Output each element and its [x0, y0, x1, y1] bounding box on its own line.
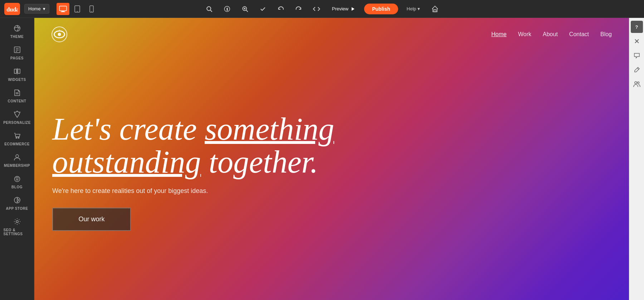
- blog-icon: [13, 175, 21, 184]
- svg-point-28: [16, 137, 17, 139]
- hero-headline: Let's create something outstanding toget…: [52, 113, 374, 179]
- nav-link-home[interactable]: Home: [491, 31, 507, 38]
- hero-headline-part4: together: [201, 145, 311, 179]
- svg-rect-1: [59, 6, 67, 11]
- device-icons: [57, 3, 98, 15]
- sidebar-item-membership[interactable]: MEMBERSHIP: [2, 150, 32, 170]
- redo-button[interactable]: [293, 3, 305, 15]
- app-store-icon: [13, 196, 21, 205]
- content-icon: [13, 89, 21, 98]
- hero-subtitle: We're here to create realities out of yo…: [52, 187, 611, 195]
- site-nav: Home Work About Contact Blog: [34, 18, 629, 51]
- website-preview: Home Work About Contact Blog Let's creat…: [34, 18, 629, 300]
- close-panel-button[interactable]: [631, 35, 643, 47]
- membership-icon: [13, 153, 21, 162]
- ecommerce-icon: [13, 132, 21, 141]
- sidebar-label-app-store: APP STORE: [6, 207, 28, 211]
- svg-point-30: [16, 155, 19, 158]
- duda-logo[interactable]: duda: [4, 3, 20, 15]
- info-button[interactable]: i: [221, 3, 233, 15]
- check-button[interactable]: [257, 3, 269, 15]
- search-button[interactable]: [203, 3, 215, 15]
- nav-link-blog[interactable]: Blog: [600, 31, 612, 38]
- chevron-down-icon: ▾: [43, 6, 45, 11]
- hero-headline-part1: Let's create: [52, 112, 205, 146]
- top-header: duda Home ▾: [0, 0, 644, 18]
- svg-line-40: [57, 31, 57, 32]
- desktop-device-button[interactable]: [57, 3, 69, 15]
- sidebar-item-personalize[interactable]: PERSONALIZE: [2, 107, 32, 127]
- left-sidebar: THEME PAGES WIDGETS: [0, 18, 34, 300]
- sidebar-item-content[interactable]: CONTENT: [2, 86, 32, 106]
- help-button[interactable]: Help ▾: [404, 4, 423, 14]
- sidebar-label-content: CONTENT: [8, 99, 26, 103]
- svg-point-29: [18, 137, 19, 139]
- nav-link-contact[interactable]: Contact: [569, 31, 589, 38]
- sidebar-label-membership: MEMBERSHIP: [4, 164, 30, 168]
- help-label: Help: [407, 6, 416, 11]
- sidebar-item-app-store[interactable]: APP STORE: [2, 193, 32, 213]
- users-panel-button[interactable]: [631, 78, 643, 90]
- page-selector[interactable]: Home ▾: [24, 4, 49, 14]
- help-chevron-icon: ▾: [418, 6, 420, 11]
- svg-text:i: i: [227, 7, 228, 11]
- zoom-button[interactable]: [239, 3, 251, 15]
- undo-button[interactable]: [275, 3, 287, 15]
- code-button[interactable]: [311, 3, 323, 15]
- sidebar-item-widgets[interactable]: WIDGETS: [2, 64, 32, 84]
- svg-point-7: [91, 11, 92, 12]
- page-selector-label: Home: [28, 6, 41, 11]
- sidebar-label-widgets: WIDGETS: [8, 78, 26, 82]
- header-left: duda Home ▾: [4, 3, 98, 15]
- svg-line-13: [246, 10, 248, 12]
- svg-point-38: [58, 33, 60, 35]
- hero-section: Home Work About Contact Blog Let's creat…: [34, 18, 629, 300]
- canvas-area: Home Work About Contact Blog Let's creat…: [34, 18, 629, 300]
- pages-icon: [14, 46, 21, 55]
- main-layout: THEME PAGES WIDGETS: [0, 18, 644, 300]
- chat-panel-button[interactable]: [631, 49, 643, 62]
- sidebar-item-pages[interactable]: PAGES: [2, 43, 32, 63]
- sidebar-label-pages: PAGES: [10, 56, 24, 60]
- sidebar-label-blog: BLOG: [11, 185, 23, 189]
- question-icon: ?: [635, 24, 638, 30]
- theme-icon: [13, 24, 21, 33]
- sidebar-item-seo-settings[interactable]: SEO & SETTINGS: [2, 215, 32, 239]
- tablet-device-button[interactable]: [71, 3, 84, 15]
- hero-content: Let's create something outstanding toget…: [34, 51, 629, 300]
- sidebar-item-ecommerce[interactable]: ECOMMERCE: [2, 129, 32, 149]
- widgets-icon: [13, 67, 21, 76]
- svg-rect-17: [434, 10, 436, 12]
- brush-panel-button[interactable]: [631, 64, 643, 76]
- svg-text:duda: duda: [6, 6, 18, 13]
- svg-point-46: [637, 82, 639, 84]
- sidebar-label-personalize: PERSONALIZE: [3, 121, 31, 125]
- svg-rect-24: [14, 69, 16, 73]
- right-panel: ?: [629, 18, 644, 300]
- svg-point-5: [77, 11, 78, 12]
- svg-marker-16: [352, 7, 355, 11]
- sidebar-label-seo-settings: SEO & SETTINGS: [4, 228, 31, 236]
- home-button[interactable]: [429, 3, 441, 15]
- preview-label: Preview: [332, 6, 348, 11]
- seo-icon: [13, 218, 21, 227]
- sidebar-item-blog[interactable]: BLOG: [2, 172, 32, 192]
- svg-point-37: [54, 31, 64, 38]
- preview-button[interactable]: Preview: [328, 4, 358, 14]
- cta-button[interactable]: Our work: [52, 208, 131, 231]
- svg-line-9: [210, 10, 212, 12]
- svg-line-44: [637, 68, 639, 69]
- mobile-device-button[interactable]: [85, 3, 98, 15]
- sidebar-label-ecommerce: ECOMMERCE: [4, 142, 30, 146]
- svg-point-45: [635, 82, 637, 84]
- nav-link-about[interactable]: About: [543, 31, 558, 38]
- help-panel-button[interactable]: ?: [631, 21, 643, 33]
- svg-rect-25: [18, 69, 20, 73]
- hero-headline-part2: something: [205, 112, 334, 146]
- publish-button[interactable]: Publish: [364, 4, 398, 14]
- sidebar-item-theme[interactable]: THEME: [2, 21, 32, 42]
- sidebar-label-theme: THEME: [10, 35, 24, 39]
- nav-link-work[interactable]: Work: [518, 31, 531, 38]
- svg-point-18: [14, 25, 20, 31]
- hero-headline-period: .: [310, 145, 318, 179]
